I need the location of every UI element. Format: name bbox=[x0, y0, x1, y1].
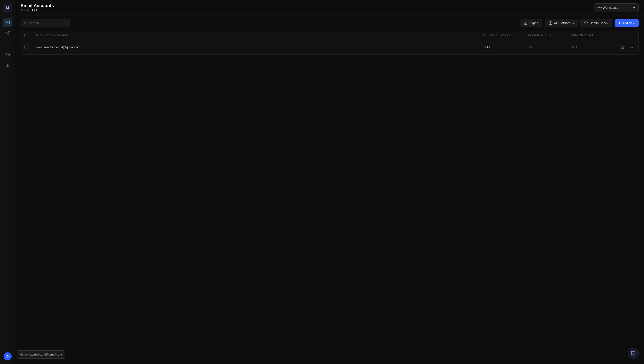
page-header: Email Accounts Emails : 1 / 1 My Workspa… bbox=[15, 0, 644, 16]
row-daily-sent: 0 of 20 bbox=[483, 46, 528, 49]
heart-icon bbox=[584, 21, 588, 25]
th-warmup[interactable]: WARMUP EMAILS ↑↓ bbox=[528, 34, 572, 37]
th-actions bbox=[617, 34, 635, 37]
page-title: Email Accounts bbox=[20, 3, 54, 8]
table-row: demo.reachinbox.ai@gmail.com 0 of 20 N/A… bbox=[21, 40, 638, 54]
svg-point-12 bbox=[24, 22, 26, 24]
row-select[interactable] bbox=[24, 45, 36, 50]
search-icon bbox=[24, 21, 27, 25]
more-options-button[interactable]: ··· bbox=[628, 44, 635, 51]
header-left: Email Accounts Emails : 1 / 1 bbox=[20, 3, 54, 12]
email-accounts-table: EMAIL ACCOUNT NAME ↑↓ DAILY EMAILS SENT … bbox=[20, 31, 639, 55]
row-health-score: N/A bbox=[572, 46, 617, 49]
add-new-button[interactable]: + Add New bbox=[615, 19, 639, 27]
sidebar-item-list[interactable] bbox=[3, 39, 12, 48]
sort-icon-health: ↑↓ bbox=[594, 34, 597, 37]
chat-button[interactable] bbox=[628, 348, 639, 359]
sidebar-item-email[interactable] bbox=[3, 18, 12, 27]
all-statuses-button[interactable]: All Statuses ▾ bbox=[545, 19, 578, 27]
workspace-selector[interactable]: My Workspace ▾ bbox=[594, 3, 639, 12]
filter-icon bbox=[549, 21, 552, 25]
sort-icon-warmup: ↑↓ bbox=[552, 34, 554, 37]
search-input[interactable] bbox=[29, 21, 66, 25]
sidebar-item-inbox[interactable] bbox=[3, 50, 12, 59]
th-email-name[interactable]: EMAIL ACCOUNT NAME ↑↓ bbox=[36, 34, 483, 37]
emails-count-label: Emails : 1 / 1 bbox=[20, 9, 54, 12]
main-content: Email Accounts Emails : 1 / 1 My Workspa… bbox=[15, 0, 644, 364]
content-area: EMAIL ACCOUNT NAME ↑↓ DAILY EMAILS SENT … bbox=[15, 31, 644, 364]
inbox-check-icon bbox=[621, 46, 624, 49]
sidebar-item-send[interactable] bbox=[3, 29, 12, 38]
user-tooltip: demo.reachinbox.ai@gmail.com bbox=[17, 350, 65, 359]
th-select bbox=[24, 34, 36, 37]
download-icon bbox=[524, 21, 528, 25]
row-checkbox[interactable] bbox=[24, 45, 28, 49]
sidebar-item-analytics[interactable] bbox=[3, 61, 12, 70]
status-chevron-icon: ▾ bbox=[572, 21, 574, 25]
user-avatar[interactable]: D bbox=[4, 352, 12, 360]
export-button[interactable]: Export bbox=[520, 19, 542, 27]
search-box[interactable] bbox=[20, 19, 70, 27]
app-logo[interactable]: M bbox=[3, 4, 12, 13]
sort-icon-daily: ↑↓ bbox=[511, 34, 514, 37]
chat-icon bbox=[631, 351, 636, 356]
table-header-row: EMAIL ACCOUNT NAME ↑↓ DAILY EMAILS SENT … bbox=[21, 31, 638, 40]
inbox-check-button[interactable] bbox=[619, 44, 626, 51]
select-all-checkbox[interactable] bbox=[24, 34, 28, 37]
svg-line-13 bbox=[26, 24, 27, 24]
health-check-button[interactable]: Health Check bbox=[580, 19, 612, 27]
th-daily-sent[interactable]: DAILY EMAILS SENT ↑↓ bbox=[483, 34, 528, 37]
chevron-down-icon: ▾ bbox=[633, 6, 635, 10]
sidebar: M D bbox=[0, 0, 15, 364]
th-health[interactable]: HEALTH SCORE ↑↓ bbox=[572, 34, 617, 37]
plus-icon: + bbox=[618, 21, 620, 25]
row-warmup: N/A bbox=[528, 46, 572, 49]
row-email: demo.reachinbox.ai@gmail.com bbox=[36, 46, 483, 49]
row-actions: ··· bbox=[617, 44, 635, 51]
toolbar: Export All Statuses ▾ Health Check + Add… bbox=[15, 16, 644, 31]
sort-icon-email: ↑↓ bbox=[68, 34, 71, 37]
